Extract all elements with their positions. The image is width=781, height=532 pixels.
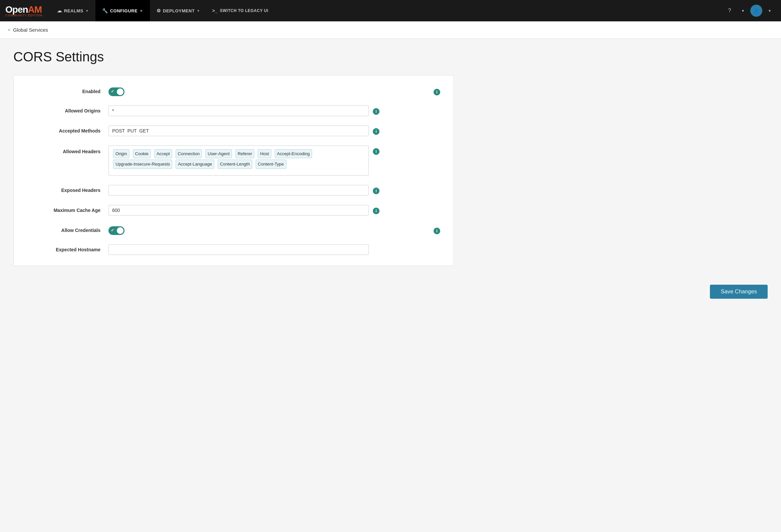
deploy-icon: ⚙	[157, 8, 161, 13]
tag-origin: Origin	[113, 149, 129, 158]
form-row-allowed-origins: Allowed Origins i	[27, 106, 440, 116]
navbar: OpenAM COMMUNITY EDITION ☁ REALMS ▼ 🔧 CO…	[0, 0, 781, 22]
form-row-expected-hostname: Expected Hostname	[27, 244, 440, 255]
logo: OpenAM COMMUNITY EDITION	[5, 4, 42, 17]
control-expected-hostname	[109, 244, 440, 255]
tag-connection: Connection	[175, 149, 202, 158]
breadcrumb-label: Global Services	[13, 27, 48, 33]
control-max-cache-age: i	[109, 205, 440, 216]
label-expected-hostname: Expected Hostname	[27, 244, 100, 252]
main-content: CORS Settings Enabled ✓ i Allowed	[0, 39, 467, 277]
input-allowed-origins[interactable]	[109, 106, 369, 116]
form-row-allow-credentials: Allow Credentials ✓ i	[27, 225, 440, 235]
logo-am-text: AM	[28, 4, 42, 15]
logo-open-text: Open	[5, 4, 28, 15]
page-title: CORS Settings	[13, 49, 454, 65]
user-icon: 👤	[753, 8, 759, 14]
nav-realms-label: REALMS	[64, 8, 83, 13]
info-icon-enabled[interactable]: i	[434, 89, 440, 95]
chevron-down-icon: ▼	[85, 9, 89, 13]
nav-item-deployment[interactable]: ⚙ DEPLOYMENT ▼	[150, 0, 207, 22]
nav-item-configure[interactable]: 🔧 CONFIGURE ▼	[95, 0, 150, 22]
info-icon-accepted-methods[interactable]: i	[373, 128, 379, 135]
toggle-slider-credentials: ✓	[109, 226, 124, 235]
label-allowed-headers: Allowed Headers	[27, 146, 100, 154]
control-allowed-origins: i	[109, 106, 440, 116]
form-row-exposed-headers: Exposed Headers i	[27, 185, 440, 196]
input-expected-hostname[interactable]	[109, 244, 369, 255]
form-row-enabled: Enabled ✓ i	[27, 86, 440, 96]
textarea-allowed-headers[interactable]: Origin Cookie Accept Connection User-Age…	[109, 146, 369, 175]
control-accepted-methods: i	[109, 125, 440, 136]
chevron-down-icon-deploy: ▼	[197, 9, 200, 13]
breadcrumb-global-services[interactable]: < Global Services	[8, 27, 48, 33]
tag-referer: Referer	[235, 149, 254, 158]
user-chevron[interactable]: ▼	[764, 5, 776, 17]
checkmark-icon: ✓	[111, 89, 114, 94]
breadcrumb-bar: < Global Services	[0, 22, 781, 39]
save-changes-button[interactable]: Save Changes	[710, 285, 768, 299]
control-exposed-headers: i	[109, 185, 440, 196]
wrench-icon: 🔧	[102, 8, 108, 13]
tag-cookie: Cookie	[133, 149, 151, 158]
tag-accept-language: Accept-Language	[175, 160, 214, 169]
label-allowed-origins: Allowed Origins	[27, 106, 100, 114]
tag-host: Host	[258, 149, 271, 158]
user-avatar[interactable]: 👤	[750, 5, 762, 17]
tag-content-type: Content-Type	[256, 160, 286, 169]
nav-configure-label: CONFIGURE	[110, 8, 138, 13]
chevron-user-icon: ▼	[768, 9, 771, 13]
form-row-accepted-methods: Accepted Methods i	[27, 125, 440, 136]
tag-user-agent: User-Agent	[205, 149, 232, 158]
info-icon-max-cache-age[interactable]: i	[373, 208, 379, 214]
settings-card: Enabled ✓ i Allowed Origins i	[13, 75, 454, 266]
help-icon: ?	[728, 8, 731, 14]
info-icon-allowed-headers[interactable]: i	[373, 148, 379, 155]
nav-right-controls: ? ▼ 👤 ▼	[724, 5, 776, 17]
input-max-cache-age[interactable]	[109, 205, 369, 216]
chevron-down-icon-configure: ▼	[139, 9, 143, 13]
form-row-max-cache-age: Maximum Cache Age i	[27, 205, 440, 216]
label-accepted-methods: Accepted Methods	[27, 125, 100, 133]
label-enabled: Enabled	[27, 86, 100, 94]
control-enabled: ✓ i	[109, 86, 440, 96]
legacy-label: SWITCH TO LEGACY UI	[220, 8, 269, 13]
control-allowed-headers: Origin Cookie Accept Connection User-Age…	[109, 146, 440, 175]
info-icon-allowed-origins[interactable]: i	[373, 108, 379, 115]
tag-accept-encoding: Accept-Encoding	[275, 149, 312, 158]
info-icon-allow-credentials[interactable]: i	[434, 228, 440, 234]
terminal-icon: >_	[212, 8, 218, 13]
nav-item-legacy[interactable]: >_ SWITCH TO LEGACY UI	[207, 0, 274, 22]
input-accepted-methods[interactable]	[109, 125, 369, 136]
tag-upgrade-insecure: Upgrade-Insecure-Requests	[113, 160, 172, 169]
input-exposed-headers[interactable]	[109, 185, 369, 196]
chevron-help-icon: ▼	[741, 9, 745, 13]
tag-accept: Accept	[154, 149, 172, 158]
label-exposed-headers: Exposed Headers	[27, 185, 100, 193]
breadcrumb-arrow-icon: <	[8, 28, 10, 32]
label-allow-credentials: Allow Credentials	[27, 225, 100, 233]
logo-subtitle: COMMUNITY EDITION	[5, 14, 42, 17]
help-button[interactable]: ?	[724, 5, 736, 17]
label-max-cache-age: Maximum Cache Age	[27, 205, 100, 213]
form-row-allowed-headers: Allowed Headers Origin Cookie Accept Con…	[27, 146, 440, 175]
toggle-allow-credentials[interactable]: ✓	[109, 226, 124, 235]
tag-content-length: Content-Length	[218, 160, 252, 169]
help-chevron[interactable]: ▼	[737, 5, 749, 17]
toggle-allow-credentials-wrapper: ✓	[109, 226, 124, 235]
checkmark-credentials-icon: ✓	[111, 228, 114, 233]
nav-deployment-label: DEPLOYMENT	[163, 8, 195, 13]
nav-item-realms[interactable]: ☁ REALMS ▼	[50, 0, 95, 22]
cloud-icon: ☁	[57, 8, 62, 13]
toggle-enabled-wrapper: ✓	[109, 87, 124, 96]
page-footer: Save Changes	[0, 277, 781, 307]
control-allow-credentials: ✓ i	[109, 225, 440, 235]
toggle-enabled[interactable]: ✓	[109, 87, 124, 96]
info-icon-exposed-headers[interactable]: i	[373, 188, 379, 194]
toggle-slider-enabled: ✓	[109, 87, 124, 96]
